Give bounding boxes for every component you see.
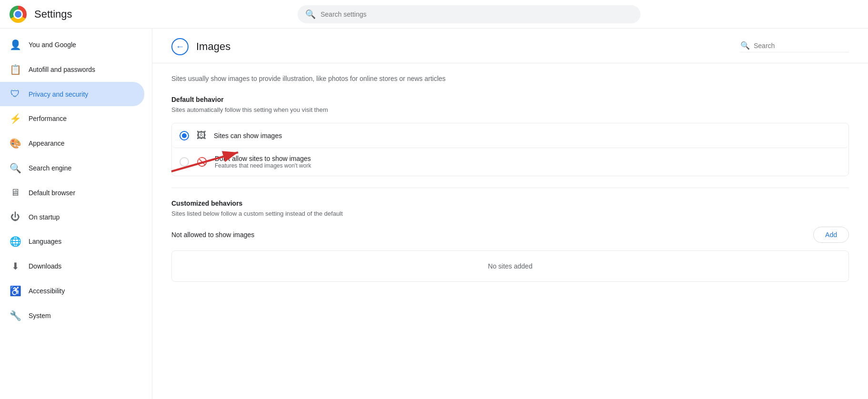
accessibility-icon: ♿ — [10, 285, 21, 297]
sidebar-item-languages[interactable]: 🌐 Languages — [0, 229, 144, 254]
no-sites-label: No sites added — [488, 262, 532, 270]
languages-icon: 🌐 — [10, 236, 21, 247]
default-behavior-subtitle: Sites automatically follow this setting … — [171, 106, 849, 113]
panel-search[interactable]: 🔍 — [740, 41, 849, 52]
shield-icon: 🛡 — [10, 89, 21, 100]
panel-description: Sites usually show images to provide ill… — [171, 75, 849, 82]
customized-behaviors-section: Customized behaviors Sites listed below … — [171, 200, 849, 282]
radio-block-circle — [180, 157, 189, 167]
default-behavior-section: Default behavior Sites automatically fol… — [171, 96, 849, 176]
section-divider — [171, 188, 849, 188]
panel-header-left: ← Images — [171, 38, 230, 55]
sidebar-label-downloads: Downloads — [29, 262, 61, 270]
add-button[interactable]: Add — [813, 227, 849, 243]
search-icon: 🔍 — [305, 9, 316, 20]
top-search-input[interactable] — [320, 10, 633, 18]
radio-block-sublabel: Features that need images won't work — [215, 162, 311, 169]
radio-allow-label: Sites can show images — [214, 132, 282, 140]
sidebar-label-on-startup: On startup — [29, 213, 60, 221]
browser-icon: 🖥 — [10, 187, 21, 198]
panel-header: ← Images 🔍 — [152, 29, 868, 63]
sidebar-item-search-engine[interactable]: 🔍 Search engine — [0, 156, 144, 180]
startup-icon: ⏻ — [10, 211, 21, 222]
sidebar: 👤 You and Google 📋 Autofill and password… — [0, 29, 152, 399]
sidebar-item-privacy[interactable]: 🛡 Privacy and security — [0, 82, 144, 106]
sidebar-item-system[interactable]: 🔧 System — [0, 303, 144, 328]
sidebar-label-system: System — [29, 312, 51, 319]
sidebar-item-autofill[interactable]: 📋 Autofill and passwords — [0, 57, 144, 82]
appearance-icon: 🎨 — [10, 138, 21, 149]
sidebar-item-accessibility[interactable]: ♿ Accessibility — [0, 279, 144, 303]
image-allow-icon: 🖼 — [197, 130, 206, 141]
panel-title: Images — [196, 40, 230, 53]
sidebar-item-on-startup[interactable]: ⏻ On startup — [0, 205, 144, 229]
image-block-icon: 🚫 — [197, 157, 207, 167]
panel-search-input[interactable] — [754, 42, 849, 50]
person-icon: 👤 — [10, 39, 21, 50]
panel-search-icon: 🔍 — [740, 41, 750, 50]
performance-icon: ⚡ — [10, 113, 21, 124]
not-allowed-row: Not allowed to show images Add — [171, 227, 849, 243]
sidebar-label-search-engine: Search engine — [29, 164, 71, 172]
content-body: Sites usually show images to provide ill… — [152, 63, 868, 293]
radio-allow-text: Sites can show images — [214, 132, 282, 140]
radio-block-label: Don't allow sites to show images — [215, 155, 311, 162]
not-allowed-label: Not allowed to show images — [171, 231, 254, 239]
radio-block-text: Don't allow sites to show images Feature… — [215, 155, 311, 169]
sidebar-label-accessibility: Accessibility — [29, 287, 65, 295]
sidebar-label-you-and-google: You and Google — [29, 41, 76, 49]
customized-subtitle: Sites listed below follow a custom setti… — [171, 210, 849, 217]
chrome-logo — [10, 6, 27, 23]
sidebar-item-default-browser[interactable]: 🖥 Default browser — [0, 180, 144, 205]
sidebar-label-languages: Languages — [29, 238, 61, 245]
radio-option-allow[interactable]: 🖼 Sites can show images — [172, 123, 848, 148]
topbar: Settings 🔍 — [0, 0, 868, 29]
customized-title: Customized behaviors — [171, 200, 849, 207]
downloads-icon: ⬇ — [10, 260, 21, 272]
sidebar-label-performance: Performance — [29, 115, 67, 122]
no-sites-box: No sites added — [171, 250, 849, 282]
sidebar-label-default-browser: Default browser — [29, 189, 75, 197]
sidebar-label-autofill: Autofill and passwords — [29, 66, 95, 73]
sidebar-item-downloads[interactable]: ⬇ Downloads — [0, 254, 144, 279]
settings-title: Settings — [34, 8, 72, 20]
back-button[interactable]: ← — [171, 38, 189, 55]
sidebar-label-appearance: Appearance — [29, 140, 65, 147]
default-behavior-title: Default behavior — [171, 96, 849, 103]
search-engine-icon: 🔍 — [10, 162, 21, 174]
main-layout: 👤 You and Google 📋 Autofill and password… — [0, 29, 868, 399]
sidebar-label-privacy: Privacy and security — [29, 90, 88, 98]
sidebar-item-you-and-google[interactable]: 👤 You and Google — [0, 32, 144, 57]
sidebar-item-performance[interactable]: ⚡ Performance — [0, 106, 144, 131]
radio-option-block[interactable]: 🚫 Don't allow sites to show images Featu… — [172, 148, 848, 176]
main-content: ← Images 🔍 Sites usually show images to … — [152, 29, 868, 399]
radio-group: 🖼 Sites can show images 🚫 Don't allow si… — [171, 123, 849, 176]
system-icon: 🔧 — [10, 310, 21, 321]
sidebar-item-appearance[interactable]: 🎨 Appearance — [0, 131, 144, 156]
radio-allow-circle — [180, 131, 189, 140]
autofill-icon: 📋 — [10, 64, 21, 75]
top-search-bar[interactable]: 🔍 — [298, 5, 640, 23]
